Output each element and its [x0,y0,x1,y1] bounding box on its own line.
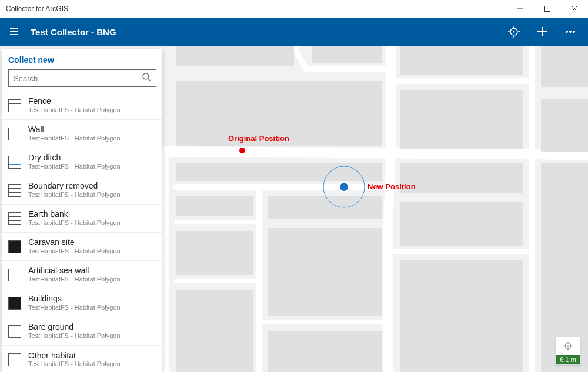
svg-point-8 [513,31,515,33]
search-box[interactable] [8,69,156,87]
annotation-new: New Position [368,182,416,191]
list-item[interactable]: Earth bank TestHabitatFS - Habitat Polyg… [2,205,162,233]
item-label: Earth bank [28,210,121,219]
list-item[interactable]: Artificial sea wall TestHabitatFS - Habi… [2,261,162,289]
search-input[interactable] [14,74,142,83]
list-item[interactable]: Dry ditch TestHabitatFS - Habitat Polygo… [2,148,162,176]
list-item[interactable]: Bare ground TestHabitatFS - Habitat Poly… [2,317,162,346]
svg-rect-20 [312,46,382,63]
list-item[interactable]: Other habitat TestHabitatFS - Habitat Po… [2,346,162,372]
add-button[interactable] [528,18,556,46]
svg-rect-19 [176,46,294,66]
svg-rect-34 [176,290,253,372]
svg-rect-33 [400,260,523,372]
item-label: Bare ground [28,323,121,331]
svg-rect-28 [176,196,253,216]
item-label: Artificial sea wall [28,266,121,275]
svg-rect-32 [268,228,382,316]
feature-type-list: Fence TestHabitatFS - Habitat Polygon Wa… [2,92,162,372]
item-label: Boundary removed [28,182,121,190]
item-sublabel: TestHabitatFS - Habitat Polygon [28,219,121,227]
swatch-icon [8,240,21,253]
item-sublabel: TestHabitatFS - Habitat Polygon [28,247,121,255]
svg-point-17 [573,31,574,32]
svg-point-39 [567,346,569,347]
locate-button[interactable] [500,18,528,46]
item-label: Fence [28,97,121,106]
svg-line-45 [148,79,151,81]
close-button[interactable] [561,0,588,18]
svg-rect-1 [545,6,550,12]
more-button[interactable] [556,18,584,46]
swatch-icon [8,99,21,112]
swatch-icon [8,269,21,281]
svg-rect-29 [268,196,382,219]
list-item[interactable]: Wall TestHabitatFS - Habitat Polygon [2,120,162,148]
original-position-marker [239,148,245,153]
svg-rect-25 [541,99,588,152]
swatch-icon [8,353,21,366]
swatch-icon [8,297,21,310]
list-item[interactable]: Fence TestHabitatFS - Habitat Polygon [2,92,162,120]
accuracy-badge[interactable]: 6.1 m [555,337,581,365]
svg-point-15 [566,31,567,32]
item-label: Buildings [28,294,121,303]
svg-rect-30 [400,202,523,246]
svg-point-16 [569,31,571,32]
swatch-icon [8,184,21,197]
main-area: Original Position New Position 6.1 m Col… [0,46,588,372]
panel-title: Collect new [2,49,162,69]
item-label: Other habitat [28,351,121,360]
item-label: Caravan site [28,238,121,247]
swatch-icon [8,156,21,169]
app-header: Test Collector - BNG [0,18,588,46]
item-label: Dry ditch [28,153,121,162]
item-sublabel: TestHabitatFS - Habitat Polygon [28,191,121,199]
item-sublabel: TestHabitatFS - Habitat Polygon [28,304,121,311]
swatch-icon [8,325,21,338]
menu-button[interactable] [0,18,28,46]
svg-rect-35 [268,331,382,372]
item-sublabel: TestHabitatFS - Habitat Polygon [28,332,121,340]
item-sublabel: TestHabitatFS - Habitat Polygon [28,360,121,368]
map-title: Test Collector - BNG [28,27,116,37]
accuracy-icon [556,337,580,355]
new-position-marker [340,183,348,191]
item-sublabel: TestHabitatFS - Habitat Polygon [28,135,121,142]
svg-rect-21 [400,46,523,75]
list-item[interactable]: Buildings TestHabitatFS - Habitat Polygo… [2,289,162,317]
svg-point-44 [143,73,149,79]
item-sublabel: TestHabitatFS - Habitat Polygon [28,276,121,283]
item-sublabel: TestHabitatFS - Habitat Polygon [28,163,121,170]
swatch-icon [8,128,21,140]
collect-panel: Collect new Fence TestHabitatFS - Habita… [2,49,162,372]
search-icon [142,72,151,84]
item-sublabel: TestHabitatFS - Habitat Polygon [28,106,121,114]
accuracy-value: 6.1 m [556,355,580,364]
item-label: Wall [28,125,121,134]
maximize-button[interactable] [534,0,561,18]
svg-rect-24 [400,90,523,149]
svg-rect-31 [176,231,253,275]
window-title: Collector for ArcGIS [6,5,68,13]
list-item[interactable]: Boundary removed TestHabitatFS - Habitat… [2,176,162,205]
svg-rect-26 [176,163,382,181]
minimize-button[interactable] [507,0,534,18]
list-item[interactable]: Caravan site TestHabitatFS - Habitat Pol… [2,233,162,261]
svg-rect-22 [541,46,588,87]
window-titlebar: Collector for ArcGIS [0,0,588,18]
svg-rect-27 [400,163,523,193]
annotation-original: Original Position [228,134,289,143]
swatch-icon [8,212,21,225]
